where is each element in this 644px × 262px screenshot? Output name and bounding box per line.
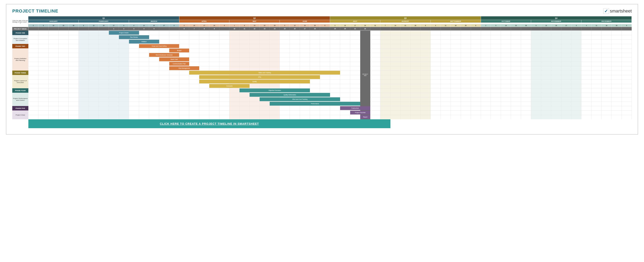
week-cell: 17 xyxy=(300,27,310,31)
phase-sublabel-phase3: Project Launch of Execution xyxy=(12,75,28,88)
task-bar[interactable]: Gantt Chart xyxy=(159,57,190,61)
task-bar[interactable]: Quality Deliverables xyxy=(250,93,330,97)
task-bar[interactable]: Status and Tracking xyxy=(189,71,340,75)
quarter-q1: Q1 xyxy=(28,16,179,20)
task-bar[interactable]: Effort and Cost Tracking xyxy=(260,97,340,101)
create-timeline-cta[interactable]: CLICK HERE TO CREATE A PROJECT TIMELINE … xyxy=(28,119,390,128)
task-bar[interactable]: KPIs xyxy=(199,75,320,79)
day-cell: 30 xyxy=(521,24,531,27)
week-cell: 3 xyxy=(129,27,139,31)
day-cell: 0 xyxy=(219,24,230,27)
task-bar[interactable]: Postmortem xyxy=(340,106,370,110)
month-june: JUNE xyxy=(280,20,330,23)
day-cell: 4 xyxy=(582,24,592,27)
day-cell: 2 xyxy=(28,24,38,27)
day-cell: 20 xyxy=(149,24,159,27)
task-bar[interactable]: Quality xyxy=(199,80,310,83)
week-cell xyxy=(58,27,69,31)
task-bar[interactable]: Plan Review xyxy=(119,35,149,39)
phase-labels-column: PHASE ONEProject Conception and Initiati… xyxy=(12,31,28,119)
month-october: OCTOBER xyxy=(481,20,531,23)
phase-sublabel-phase2: Project Definition and Planning xyxy=(12,48,28,71)
week-cell xyxy=(541,27,551,31)
week-cell xyxy=(410,27,420,31)
week-cell xyxy=(159,27,169,31)
week-cell xyxy=(451,27,461,31)
day-cell: 11 xyxy=(441,24,451,27)
task-bar[interactable]: Forecasts xyxy=(209,84,250,88)
week-cell xyxy=(219,27,230,31)
week-cell: 16 xyxy=(290,27,300,31)
month-february: FEBRUARY xyxy=(79,20,129,23)
task-bar[interactable]: Objective Execution xyxy=(240,88,310,92)
week-cell xyxy=(69,27,79,31)
day-cell: 17 xyxy=(350,24,360,27)
header: PROJECT TIMELINE ✓ smartsheet xyxy=(12,8,632,14)
day-cell: 9 xyxy=(38,24,48,27)
task-bar[interactable]: Work Breakdown Schedule xyxy=(149,53,179,57)
week-cell: 20 xyxy=(340,27,350,31)
phase-sublabel-phase5: Project Close xyxy=(12,110,28,119)
week-cell: 5 xyxy=(149,27,159,31)
week-cell: 7 xyxy=(189,27,199,31)
month-december: DECEMBER xyxy=(582,20,632,23)
month-november: NOVEMBER xyxy=(531,20,582,23)
task-bar[interactable]: Report xyxy=(360,115,370,119)
month-may: MAY xyxy=(230,20,280,23)
task-bar[interactable]: Communication Plan xyxy=(169,62,190,66)
month-january: JANUARY xyxy=(28,20,79,23)
day-cell: 5 xyxy=(280,24,290,27)
task-bar[interactable]: Budget xyxy=(169,49,190,52)
task-bar[interactable]: Initiation xyxy=(129,40,159,44)
week-cell xyxy=(582,27,592,31)
day-cell: 8 xyxy=(240,24,250,27)
gantt-body-row: PHASE ONEProject Conception and Initiati… xyxy=(12,31,632,119)
day-cell: 28 xyxy=(410,24,420,27)
week-cell: 12 xyxy=(250,27,260,31)
day-cell: 27 xyxy=(109,24,119,27)
task-bar[interactable]: Performance xyxy=(270,102,360,106)
week-cell: 11 xyxy=(240,27,250,31)
day-cell: 17 xyxy=(199,24,209,27)
task-bar[interactable]: Scope and Goal Setting xyxy=(139,44,179,48)
day-cell: 14 xyxy=(390,24,400,27)
week-cell xyxy=(28,27,38,31)
task-bar[interactable]: Risk Management xyxy=(169,66,200,70)
day-cell: 0 xyxy=(471,24,481,27)
phase-header-phase1: PHASE ONE xyxy=(12,31,28,35)
week-cell: 14 xyxy=(270,27,280,31)
quarter-q2: Q2 xyxy=(179,16,330,20)
day-cell: 18 xyxy=(602,24,612,27)
week-cell: 18 xyxy=(310,27,320,31)
task-bar[interactable]: Project Punchlist xyxy=(350,111,370,114)
day-cell: 6 xyxy=(531,24,541,27)
week-cell: 19 xyxy=(330,27,340,31)
day-cell: 21 xyxy=(400,24,410,27)
week-cell: 2 xyxy=(119,27,129,31)
day-cell: 25 xyxy=(612,24,622,27)
day-cell: 10 xyxy=(340,24,350,27)
date-entry-note: Enter the date of the first Monday of ea… xyxy=(12,20,28,24)
week-cell xyxy=(370,27,380,31)
cta-spacer xyxy=(12,119,28,128)
day-cell: 18 xyxy=(451,24,461,27)
day-cell: 0 xyxy=(420,24,431,27)
day-cell: 3 xyxy=(179,24,190,27)
day-label-spacer xyxy=(12,24,28,27)
week-cell xyxy=(431,27,441,31)
day-cell: 31 xyxy=(370,24,380,27)
day-cell: 23 xyxy=(511,24,521,27)
phase-sublabel-phase4: Project Performance and Control xyxy=(12,93,28,106)
month-september: SEPTEMBER xyxy=(431,20,481,23)
phase-header-phase5: PHASE FIVE xyxy=(12,106,28,110)
week-cell xyxy=(511,27,521,31)
week-cell xyxy=(592,27,602,31)
week-cell: 13 xyxy=(260,27,270,31)
day-cell: 2 xyxy=(481,24,491,27)
day-cell: 13 xyxy=(541,24,551,27)
day-cell: 7 xyxy=(380,24,390,27)
day-cell: 0 xyxy=(119,24,129,27)
week-cell: 9 xyxy=(209,27,219,31)
task-bar[interactable]: Project Charter xyxy=(109,31,139,35)
week-cell xyxy=(471,27,481,31)
